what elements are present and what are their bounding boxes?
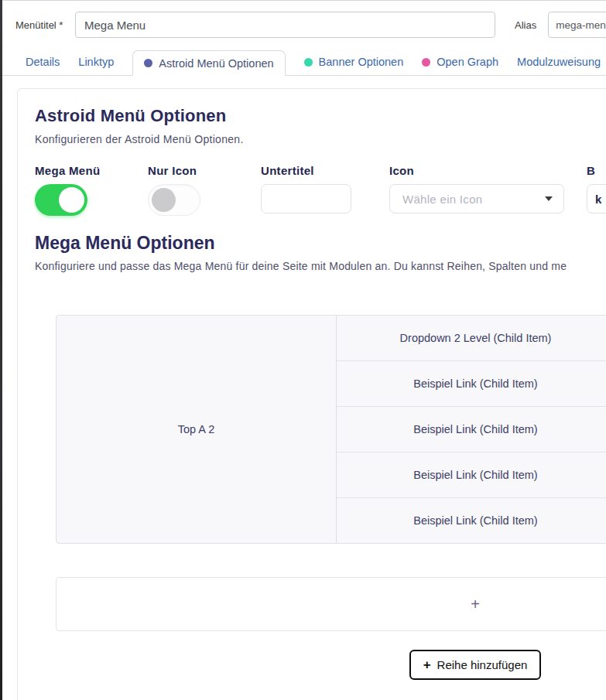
astroid-options-panel: Astroid Menü Optionen Konfigurieren der … [17,88,606,700]
title-alias-row: Menütitel * Alias [2,12,606,38]
badge-select[interactable]: k [587,184,606,213]
tab-label: Open Graph [437,56,498,68]
tab-modulzuweisung[interactable]: Modulzuweisung [517,50,601,75]
tab-open-graph[interactable]: Open Graph [422,50,498,75]
tab-bar: Details Linktyp Astroid Menü Optionen Ba… [2,50,606,76]
untertitel-input[interactable] [261,184,351,213]
field-badge-clipped: B k [587,164,606,216]
tab-label: Banner Optionen [319,56,404,68]
options-form-row: Mega Menü Nur Icon Untertitel Icon Wähle… [35,164,606,216]
tab-linktyp[interactable]: Linktyp [78,50,114,75]
badge-label: B [587,164,606,177]
tab-dot-icon [422,58,430,67]
add-row-button-row: + Reihe hinzufügen [56,650,606,680]
parent-item-cell[interactable]: Top A 2 [56,316,337,543]
menu-edit-form: Menütitel * Alias Details Linktyp Astroi… [2,0,606,700]
add-column-dropzone[interactable]: + [56,577,606,631]
icon-only-label: Nur Icon [148,164,261,177]
plus-icon: + [423,658,431,671]
field-icon-only: Nur Icon [148,164,261,216]
field-mega-menu: Mega Menü [35,164,148,216]
alias-label: Alias [515,19,536,31]
mega-menu-toggle[interactable] [35,184,87,216]
mega-menu-options-description: Konfiguriere und passe das Mega Menü für… [35,260,606,272]
child-items-column: Dropdown 2 Level (Child Item) Beispiel L… [337,316,606,543]
toggle-knob [59,187,84,213]
plus-icon: + [471,596,480,613]
tab-label: Astroid Menü Optionen [159,57,273,70]
tab-details[interactable]: Details [26,50,60,75]
tab-astroid-menu-optionen[interactable]: Astroid Menü Optionen [132,50,285,76]
field-icon: Icon Wähle ein Icon [389,164,587,216]
menu-title-label: Menütitel * [15,19,71,31]
child-item-cell[interactable]: Dropdown 2 Level (Child Item) [337,316,606,361]
toggle-knob [152,188,176,212]
child-item-cell[interactable]: Beispiel Link (Child Item) [337,407,606,452]
mega-menu-row: Top A 2 Dropdown 2 Level (Child Item) Be… [56,315,606,544]
icon-label: Icon [389,164,587,177]
child-item-cell[interactable]: Beispiel Link (Child Item) [337,452,606,498]
icon-select-placeholder: Wähle ein Icon [402,193,545,206]
chevron-down-icon [545,196,553,201]
panel-subtitle: Konfigurieren der Astroid Menü Optionen. [35,133,606,145]
child-item-cell[interactable]: Beispiel Link (Child Item) [337,361,606,407]
badge-value: k [595,193,601,206]
add-row-button[interactable]: + Reihe hinzufügen [409,650,542,680]
tab-dot-icon [144,59,152,67]
mega-menu-options-title: Mega Menü Optionen [35,233,606,254]
sidebar-edge [0,0,2,700]
field-untertitel: Untertitel [261,164,389,216]
icon-only-toggle[interactable] [148,184,200,216]
icon-select[interactable]: Wähle ein Icon [389,184,564,213]
add-row-button-label: Reihe hinzufügen [437,658,528,671]
untertitel-label: Untertitel [261,164,389,177]
alias-input[interactable] [548,12,606,38]
mega-menu-builder: Top A 2 Dropdown 2 Level (Child Item) Be… [56,315,606,680]
panel-title: Astroid Menü Optionen [35,106,606,126]
mega-menu-label: Mega Menü [35,164,148,177]
tab-banner-optionen[interactable]: Banner Optionen [304,50,404,75]
menu-title-input[interactable] [75,12,495,38]
tab-dot-icon [304,58,313,67]
child-item-cell[interactable]: Beispiel Link (Child Item) [337,498,606,543]
